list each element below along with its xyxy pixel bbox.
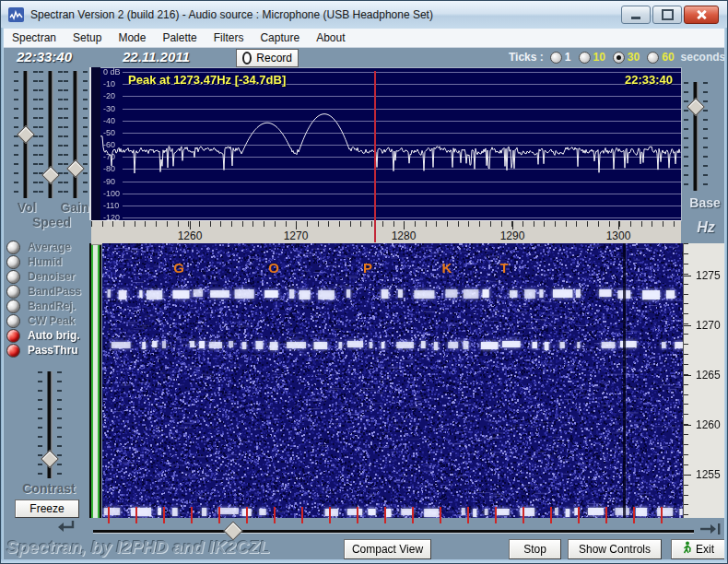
toggle-label: BandPass: [28, 285, 81, 298]
record-button[interactable]: Record: [236, 49, 299, 67]
ruler-major-tick: [296, 221, 297, 229]
ticks-options: 1103060: [550, 51, 675, 64]
freq-tick-label: 1270: [284, 229, 309, 242]
speed-label: Speed: [23, 215, 80, 229]
cursor-line[interactable]: [374, 71, 376, 242]
led-icon[interactable]: [6, 329, 20, 343]
return-arrow-icon[interactable]: [54, 519, 76, 537]
led-icon[interactable]: [6, 285, 20, 299]
scale-major-tick: [684, 475, 691, 476]
window-controls: [621, 6, 719, 24]
show-controls-button[interactable]: Show Controls: [568, 539, 662, 559]
menu-item-filters[interactable]: Filters: [205, 29, 252, 46]
gain-slider[interactable]: [64, 71, 88, 198]
speed-slider-thumb[interactable]: [41, 166, 60, 184]
tick-option-10[interactable]: 10: [579, 51, 605, 64]
waterfall-time-ticks: [108, 507, 679, 523]
toggle-bandpass[interactable]: BandPass: [6, 284, 99, 299]
tick-option-30[interactable]: 30: [613, 51, 640, 64]
title-bar: Spectran Version 2 (build 216) - Audio s…: [1, 1, 727, 29]
radio-icon[interactable]: [550, 52, 562, 64]
decoded-letter-P: P: [363, 260, 372, 276]
menu-item-palette[interactable]: Palette: [154, 29, 205, 46]
vol-slider[interactable]: [14, 71, 38, 198]
led-icon[interactable]: [6, 314, 20, 328]
spectrum-canvas[interactable]: [100, 68, 681, 221]
speed-slider[interactable]: [39, 71, 63, 198]
db-axis-label: -90: [103, 177, 115, 186]
toggle-humid[interactable]: Humid: [6, 254, 99, 269]
freq-tick-label: 1300: [606, 229, 631, 242]
record-radio-icon: [242, 52, 252, 65]
vol-label: Vol: [10, 200, 43, 215]
decoded-letter-T: T: [499, 260, 508, 276]
right-arrow-icon[interactable]: [699, 523, 722, 539]
freq-tick-label: 1280: [392, 229, 417, 242]
toggle-passthru[interactable]: PassThru: [6, 343, 99, 358]
hz-label: Hz: [687, 219, 725, 236]
stop-button-label: Stop: [523, 543, 546, 556]
gain-slider-thumb[interactable]: [66, 159, 85, 178]
contrast-slider-thumb[interactable]: [41, 450, 59, 468]
toggle-average[interactable]: Average: [6, 240, 99, 254]
menu-item-spectran[interactable]: Spectran: [4, 29, 65, 46]
toggle-cw-peak[interactable]: CW Peak: [6, 313, 99, 328]
clock-display: 22:33:40: [17, 49, 72, 65]
led-icon[interactable]: [6, 241, 20, 254]
toggle-bandrej[interactable]: BandRej.: [6, 299, 99, 313]
scale-freq-label: 1255: [696, 468, 721, 481]
decoded-letter-K: K: [442, 260, 452, 276]
gain-slider-track[interactable]: [74, 71, 78, 198]
base-slider-thumb[interactable]: [687, 98, 705, 116]
app-icon: [8, 7, 24, 22]
led-icon[interactable]: [6, 344, 20, 358]
maximize-button[interactable]: [652, 6, 682, 24]
menu-item-capture[interactable]: Capture: [252, 29, 308, 46]
toggle-auto-brig[interactable]: Auto brig.: [6, 328, 99, 343]
freeze-button-label: Freeze: [29, 502, 64, 515]
toggle-denoiser[interactable]: Denoiser: [6, 269, 99, 284]
seconds-label: seconds: [681, 51, 726, 64]
minimize-button[interactable]: [621, 6, 651, 24]
toggle-list: AverageHumidDenoiserBandPassBandRej.CW P…: [6, 240, 99, 358]
ruler-major-tick: [404, 221, 405, 229]
db-axis-label: -20: [103, 91, 115, 100]
frequency-scroll-slider[interactable]: [93, 525, 694, 537]
ticks-group: Ticks : 1103060 seconds: [509, 51, 725, 64]
scale-freq-label: 1275: [696, 269, 721, 282]
close-button[interactable]: [684, 6, 719, 24]
compact-view-button[interactable]: Compact View: [344, 539, 431, 559]
toggle-label: Average: [28, 241, 71, 253]
radio-icon[interactable]: [613, 52, 625, 64]
vol-slider-thumb[interactable]: [17, 125, 35, 144]
contrast-slider[interactable]: [38, 371, 62, 478]
right-frequency-scale: 12751270126512601255: [683, 243, 728, 518]
base-slider[interactable]: [684, 82, 708, 191]
spectrum-panel: Peak at 1273.47Hz [-34.7dB] 22:33:40 0 d…: [100, 67, 682, 221]
radio-icon[interactable]: [647, 52, 659, 64]
db-axis-label: -40: [103, 116, 115, 125]
menu-item-setup[interactable]: Setup: [65, 29, 110, 46]
scale-major-tick: [684, 425, 691, 426]
tick-option-label: 60: [662, 51, 674, 64]
freeze-button[interactable]: Freeze: [15, 499, 79, 518]
radio-icon[interactable]: [579, 52, 591, 64]
exit-button[interactable]: Exit: [671, 539, 725, 559]
led-icon[interactable]: [6, 270, 20, 284]
waterfall-canvas[interactable]: [102, 243, 683, 518]
db-axis-label: -60: [103, 140, 115, 149]
frequency-scroll-track[interactable]: [93, 530, 694, 534]
tick-option-1[interactable]: 1: [550, 51, 571, 64]
menu-item-mode[interactable]: Mode: [110, 29, 154, 46]
window-title: Spectran Version 2 (build 216) - Audio s…: [30, 8, 433, 21]
led-icon[interactable]: [6, 300, 20, 313]
tick-option-label: 1: [565, 51, 571, 64]
led-icon[interactable]: [6, 255, 20, 269]
record-button-label: Record: [256, 52, 292, 65]
menu-item-about[interactable]: About: [308, 29, 353, 46]
tick-option-60[interactable]: 60: [647, 51, 674, 64]
ruler-major-tick: [190, 221, 191, 229]
stop-button[interactable]: Stop: [509, 539, 561, 559]
db-axis-label: -100: [103, 189, 120, 198]
toggle-label: CW Peak: [28, 314, 75, 327]
